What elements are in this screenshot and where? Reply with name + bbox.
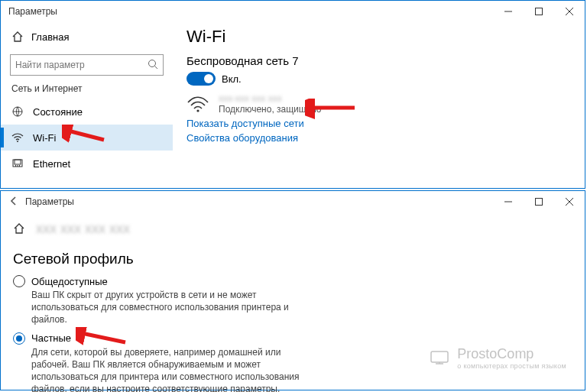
sidebar-item-ethernet[interactable]: Ethernet: [1, 151, 173, 177]
radio-label: Частные: [31, 332, 71, 344]
sidebar-item-label: Wi-Fi: [33, 132, 56, 144]
maximize-button[interactable]: [524, 191, 554, 212]
settings-window-profile: Параметры xxx xxx xxx xxx Сетевой профил…: [0, 190, 585, 390]
home-icon: [11, 31, 24, 43]
radio-checked-icon: [13, 332, 25, 345]
window-title: Параметры: [8, 6, 57, 17]
toggle-label: Вкл.: [222, 73, 242, 85]
network-title-blurred: xxx xxx xxx xxx: [36, 221, 130, 237]
watermark-icon: [428, 347, 451, 370]
titlebar: Параметры: [1, 1, 585, 22]
wifi-icon: [11, 131, 24, 144]
radio-unchecked-icon: [13, 275, 25, 287]
svg-point-7: [17, 141, 18, 142]
home-label: Главная: [31, 31, 69, 43]
search-icon: [148, 59, 158, 72]
home-icon[interactable]: [13, 222, 25, 235]
sidebar-item-status[interactable]: Состояние: [1, 99, 173, 125]
svg-point-4: [149, 60, 156, 66]
adapter-name: Беспроводная сеть 7: [186, 54, 585, 67]
search-placeholder: Найти параметр: [15, 60, 85, 70]
search-input[interactable]: Найти параметр: [10, 54, 164, 76]
svg-rect-17: [536, 199, 543, 206]
window-title: Параметры: [25, 196, 74, 207]
svg-rect-21: [431, 352, 448, 362]
hardware-properties-link[interactable]: Свойства оборудования: [186, 132, 585, 144]
svg-rect-9: [15, 160, 21, 164]
section-heading: Сетевой профиль: [13, 251, 572, 267]
settings-window-wifi: Параметры Главная Найти параметр Сеть и …: [0, 0, 585, 189]
sidebar: Главная Найти параметр Сеть и Интернет С…: [1, 22, 173, 189]
minimize-button[interactable]: [493, 1, 524, 22]
current-network[interactable]: xxx-xxx xxx xxx Подключено, защищено: [186, 93, 585, 115]
svg-rect-1: [536, 8, 543, 15]
radio-private[interactable]: Частные: [13, 332, 572, 345]
main-panel: Wi-Fi Беспроводная сеть 7 Вкл. xxx-xxx x…: [173, 22, 585, 189]
sidebar-item-label: Состояние: [33, 106, 83, 118]
home-button[interactable]: Главная: [1, 25, 173, 48]
watermark: ProstoComp о компьютерах простым языком: [428, 346, 566, 370]
sidebar-item-label: Ethernet: [33, 158, 70, 170]
close-button[interactable]: [554, 191, 585, 212]
maximize-button[interactable]: [524, 1, 554, 22]
network-status: Подключено, защищено: [219, 104, 322, 115]
sidebar-section-label: Сеть и Интернет: [1, 83, 173, 94]
svg-point-13: [196, 109, 199, 112]
back-icon[interactable]: [8, 196, 21, 209]
watermark-brand: ProstoComp: [457, 346, 566, 362]
ethernet-icon: [11, 157, 24, 170]
minimize-button[interactable]: [493, 191, 524, 212]
toggle-switch-icon: [186, 72, 216, 86]
close-button[interactable]: [554, 1, 585, 22]
breadcrumb-row: xxx xxx xxx xxx: [13, 217, 572, 240]
radio-label: Общедоступные: [31, 276, 108, 287]
page-title: Wi-Fi: [186, 27, 585, 47]
radio-public[interactable]: Общедоступные: [13, 275, 572, 287]
watermark-tagline: о компьютерах простым языком: [457, 362, 566, 370]
sidebar-item-wifi[interactable]: Wi-Fi: [1, 125, 173, 151]
svg-line-5: [155, 66, 158, 69]
titlebar: Параметры: [1, 191, 585, 212]
private-description: Для сети, которой вы доверяете, например…: [31, 346, 306, 392]
network-ssid-blurred: xxx-xxx xxx xxx: [219, 93, 322, 104]
wifi-signal-icon: [186, 95, 209, 113]
public-description: Ваш ПК скрыт от других устройств в сети …: [31, 289, 306, 326]
status-icon: [11, 105, 24, 118]
show-networks-link[interactable]: Показать доступные сети: [186, 118, 585, 129]
wifi-toggle[interactable]: Вкл.: [186, 72, 585, 86]
